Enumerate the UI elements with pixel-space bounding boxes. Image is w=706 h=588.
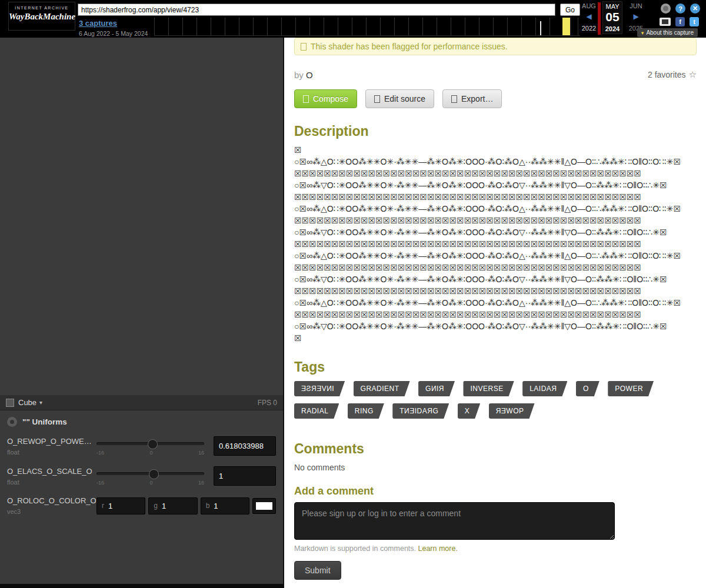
action-buttons: Compose Edit source Export… (294, 89, 697, 108)
go-button[interactable]: Go (560, 4, 580, 16)
tag[interactable]: RING (348, 403, 384, 419)
tag[interactable]: RADIAL (294, 403, 339, 419)
warning-text: This shader has been flagged for perform… (311, 42, 508, 51)
shader-preview-canvas[interactable] (0, 38, 283, 396)
g-input[interactable]: g 1 (148, 497, 197, 514)
description-heading: Description (294, 123, 697, 139)
uniform-value-input[interactable]: 0.618033988 (214, 436, 276, 456)
captures-summary: 3 captures 6 Aug 2022 - 5 May 2024 (79, 18, 148, 37)
prev-year-label[interactable]: 2022 (580, 24, 598, 33)
wayback-url-row: Go (78, 4, 580, 16)
tag-list: ƎƧЯƎVИI GRADIENT GИIЯ INVERSE LAIDAЯ O P… (294, 381, 697, 426)
b-value: 1 (214, 502, 218, 510)
performance-warning-banner: This shader has been flagged for perform… (294, 38, 697, 55)
tag[interactable]: LAIDAЯ (522, 381, 567, 396)
tag[interactable]: X (458, 403, 481, 419)
uniform-meta: O_ELACS_O_SCALE_O float (7, 467, 96, 486)
submit-button[interactable]: Submit (294, 561, 341, 580)
slider-ticks: -16 0 16 (96, 480, 204, 486)
tag[interactable]: ЯƎWOP (489, 403, 535, 419)
export-button[interactable]: Export… (442, 89, 502, 108)
compose-button[interactable]: Compose (294, 89, 357, 108)
profile-icon[interactable] (661, 4, 671, 14)
slider-handle[interactable] (148, 439, 158, 449)
internet-archive-label: INTERNET ARCHIVE (9, 6, 75, 10)
byline: by O (294, 70, 313, 80)
wayback-url-input[interactable] (78, 4, 555, 16)
uniform-slider[interactable]: -16 0 16 (96, 467, 204, 486)
uniform-type: vec3 (7, 508, 96, 515)
tick-max: 16 (198, 450, 204, 456)
fps-counter: FPS 0 (258, 399, 277, 407)
prev-capture-column: AUG ◀ 2022 (580, 1, 598, 34)
favorites-count: 2 favorites ☆ (648, 69, 697, 80)
next-capture-arrow[interactable]: ▶ (627, 9, 645, 24)
video-capture-icon[interactable] (660, 18, 671, 26)
uniform-type: float (7, 479, 96, 486)
about-this-capture[interactable]: ▾ About this capture (637, 28, 698, 37)
uniforms-header: "" Uniforms (0, 410, 283, 430)
gear-icon[interactable] (7, 417, 17, 427)
capture-tick (540, 21, 541, 35)
r-label: r (102, 502, 104, 510)
tick-mid: 0 (149, 480, 152, 486)
help-icon[interactable]: ? (675, 4, 685, 14)
r-input[interactable]: r 1 (96, 497, 145, 514)
color-picker[interactable] (252, 498, 276, 514)
tick-min: -16 (96, 480, 104, 486)
model-select[interactable]: Cube (18, 398, 36, 407)
b-input[interactable]: b 1 (201, 497, 249, 514)
uniform-value-input[interactable]: 1 (214, 466, 276, 486)
capture-timeline[interactable] (154, 18, 580, 36)
next-month-label: JUN (627, 1, 645, 9)
tag[interactable]: GИIЯ (418, 381, 455, 396)
export-label: Export… (461, 94, 493, 103)
main-content: This shader has been flagged for perform… (284, 38, 706, 588)
uniform-row-power: O_REWOP_O_POWER… float -16 0 16 0.618033… (0, 430, 283, 460)
byline-row: by O 2 favorites ☆ (294, 69, 697, 80)
current-day-label: 05 (603, 10, 622, 24)
uniform-meta: O_ROLOC_O_COLOR_O vec3 (7, 496, 96, 515)
learn-more-link[interactable]: Learn more. (418, 544, 458, 553)
wayback-machine-label: WayBackMachine (9, 12, 75, 22)
tag[interactable]: INVERSE (463, 381, 514, 396)
tag[interactable]: POWER (608, 381, 654, 396)
edit-icon (374, 95, 380, 103)
captures-link[interactable]: 3 captures (79, 19, 117, 28)
star-icon[interactable]: ☆ (689, 69, 697, 80)
uniform-slider[interactable]: -16 0 16 (96, 437, 204, 456)
b-label: b (206, 502, 210, 510)
comment-input[interactable] (294, 502, 615, 540)
slider-handle[interactable] (149, 469, 159, 479)
facebook-share-icon[interactable]: f (675, 17, 685, 26)
rgb-inputs: r 1 g 1 b 1 (96, 497, 276, 514)
slider-ticks: -16 0 16 (96, 450, 204, 456)
author-link[interactable]: O (306, 70, 313, 80)
cube-icon (6, 399, 14, 407)
tag[interactable]: ТИƎIDAЯG (392, 403, 449, 419)
uniform-type: float (7, 449, 96, 456)
g-label: g (154, 502, 158, 510)
tag[interactable]: O (576, 381, 600, 396)
tag[interactable]: GRADIENT (354, 381, 410, 396)
compose-icon (303, 95, 309, 103)
close-toolbar-icon[interactable]: ✕ (690, 4, 700, 14)
uniform-row-scale: O_ELACS_O_SCALE_O float -16 0 16 1 (0, 460, 283, 490)
add-comment-heading: Add a comment (294, 485, 697, 497)
tags-heading: Tags (294, 359, 697, 375)
uniforms-title: "" Uniforms (22, 417, 67, 426)
uniform-name: O_ELACS_O_SCALE_O (7, 467, 96, 476)
prev-capture-arrow[interactable]: ◀ (580, 9, 598, 24)
g-value: 1 (162, 502, 166, 510)
twitter-share-icon[interactable]: t (690, 17, 699, 26)
comments-heading: Comments (294, 441, 697, 457)
wayback-machine-logo[interactable]: INTERNET ARCHIVE WayBackMachine (8, 2, 75, 31)
edit-source-label: Edit source (384, 94, 425, 103)
edit-source-button[interactable]: Edit source (365, 89, 434, 108)
export-icon (451, 95, 457, 103)
color-swatch (256, 502, 272, 510)
tag[interactable]: ƎƧЯƎVИI (294, 381, 345, 396)
wayback-icons-bottom: f t (660, 17, 699, 26)
favorites-label: 2 favorites (648, 70, 686, 79)
r-value: 1 (108, 502, 112, 510)
